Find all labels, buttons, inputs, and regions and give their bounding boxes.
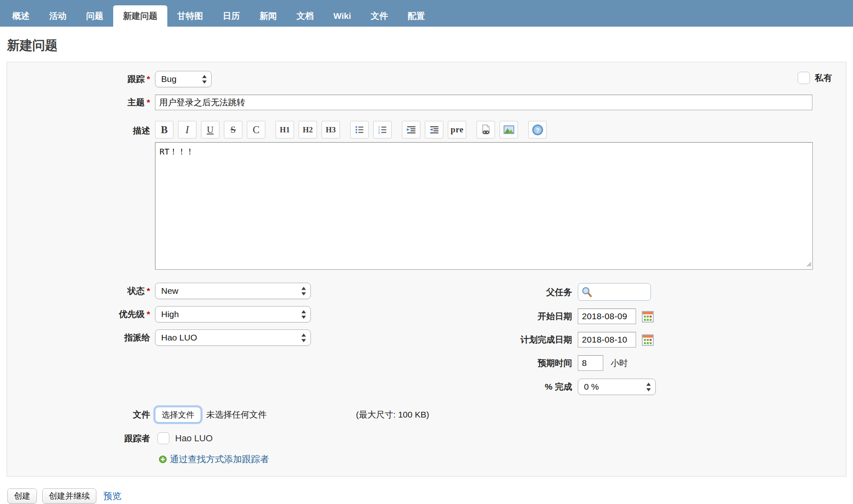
due-date-row: 计划完成日期	[502, 332, 656, 347]
tracker-label: 跟踪*	[7, 73, 155, 85]
subject-row: 主题*	[7, 95, 846, 110]
required-marker: *	[147, 74, 150, 84]
private-label: 私有	[815, 72, 832, 84]
italic-button[interactable]: I	[178, 121, 196, 138]
parent-task-label: 父任务	[502, 286, 578, 298]
priority-select[interactable]: High	[155, 306, 311, 322]
calendar-icon[interactable]	[641, 334, 654, 346]
watcher-checkbox[interactable]	[157, 432, 169, 444]
select-arrows-icon	[301, 334, 306, 342]
start-date-label: 开始日期	[502, 311, 578, 322]
indent-left-icon	[429, 125, 439, 134]
heading2-button[interactable]: H2	[299, 121, 317, 138]
add-icon	[159, 455, 167, 463]
attachments-row: 文件 选择文件 未选择任何文件 (最大尺寸: 100 KB)	[7, 407, 846, 422]
heading3-button[interactable]: H3	[322, 121, 340, 138]
inline-code-button[interactable]: C	[247, 121, 265, 138]
bold-button[interactable]: B	[155, 121, 173, 138]
tab-files[interactable]: 文件	[361, 5, 398, 27]
tracker-row: 跟踪* Bug	[7, 71, 846, 87]
indent-right-icon	[406, 125, 416, 134]
tab-news[interactable]: 新闻	[250, 5, 287, 27]
description-label: 描述	[7, 121, 155, 136]
strikethrough-button[interactable]: S	[224, 121, 242, 138]
tracker-value: Bug	[161, 74, 176, 84]
select-arrows-icon	[202, 75, 207, 84]
tab-wiki[interactable]: Wiki	[324, 5, 361, 27]
unordered-list-icon	[355, 125, 364, 134]
done-ratio-select[interactable]: 0 %	[578, 379, 656, 395]
underline-button[interactable]: U	[201, 121, 219, 138]
select-arrows-icon	[301, 310, 306, 319]
priority-row: 优先级* High	[7, 306, 846, 322]
tab-issues[interactable]: 问题	[76, 5, 113, 27]
unquote-button[interactable]	[425, 121, 443, 138]
attributes-section: 状态* New 优先级* High 指派给 Hao LUO	[7, 283, 846, 400]
wiki-toolbar: B I U S C H1 H2 H3 1	[155, 121, 813, 138]
private-checkbox[interactable]	[798, 72, 810, 84]
preview-link[interactable]: 预览	[103, 490, 121, 502]
subject-label: 主题*	[7, 97, 155, 108]
tab-documents[interactable]: 文档	[287, 5, 324, 27]
status-value: New	[161, 286, 178, 296]
quote-button[interactable]	[402, 121, 420, 138]
attachments-label: 文件	[7, 409, 155, 420]
create-and-continue-button[interactable]: 创建并继续	[42, 488, 96, 504]
image-button[interactable]	[499, 121, 518, 138]
description-row: 描述 B I U S C H1 H2 H3	[7, 121, 846, 271]
estimated-hours-input[interactable]	[578, 355, 603, 371]
priority-label: 优先级*	[7, 309, 155, 320]
help-button[interactable]: ?	[528, 121, 547, 138]
add-watcher-link[interactable]: 通过查找方式添加跟踪者	[159, 453, 269, 465]
description-textarea[interactable]: RT！！！	[155, 142, 813, 270]
svg-text:3: 3	[378, 131, 380, 134]
heading1-button[interactable]: H1	[276, 121, 294, 138]
done-ratio-row: % 完成 0 %	[502, 379, 656, 395]
page-title: 新建问题	[7, 37, 853, 54]
max-size-text: (最大尺寸: 100 KB)	[356, 409, 429, 420]
start-date-input[interactable]	[578, 309, 636, 324]
add-watcher-row: 通过查找方式添加跟踪者	[7, 453, 846, 465]
tab-activity[interactable]: 活动	[39, 5, 76, 27]
required-marker: *	[147, 309, 150, 319]
assignee-select[interactable]: Hao LUO	[155, 329, 311, 346]
main-menu: 概述 活动 问题 新建问题 甘特图 日历 新闻 文档 Wiki 文件 配置	[0, 0, 853, 27]
new-issue-form: 私有 跟踪* Bug 主题* 描述 B I U S C H1 H2	[7, 62, 846, 477]
help-icon: ?	[532, 124, 543, 136]
status-select[interactable]: New	[155, 283, 311, 299]
tab-gantt[interactable]: 甘特图	[167, 5, 213, 27]
start-date-row: 开始日期	[502, 309, 656, 324]
preformatted-button[interactable]: pre	[448, 121, 466, 138]
wiki-link-icon	[481, 125, 491, 135]
estimated-hours-row: 预期时间 小时	[502, 355, 656, 371]
tab-new-issue[interactable]: 新建问题	[113, 5, 167, 27]
unordered-list-button[interactable]	[350, 121, 369, 138]
assignee-label: 指派给	[7, 332, 155, 343]
private-field: 私有	[798, 72, 832, 84]
done-ratio-value: 0 %	[584, 382, 599, 392]
due-date-label: 计划完成日期	[502, 334, 578, 345]
subject-input[interactable]	[155, 95, 812, 110]
watchers-label: 跟踪者	[7, 433, 155, 444]
ordered-list-button[interactable]: 1 2 3	[373, 121, 392, 138]
done-ratio-label: % 完成	[502, 381, 578, 393]
due-date-input[interactable]	[578, 332, 636, 347]
choose-file-button[interactable]: 选择文件	[155, 407, 201, 422]
tab-overview[interactable]: 概述	[2, 5, 39, 27]
tracker-select[interactable]: Bug	[155, 71, 212, 87]
image-icon	[504, 125, 514, 134]
watcher-name: Hao LUO	[175, 433, 213, 444]
calendar-icon[interactable]	[641, 310, 654, 323]
status-row: 状态* New	[7, 283, 846, 299]
create-button[interactable]: 创建	[7, 488, 37, 504]
priority-value: High	[161, 309, 179, 319]
select-arrows-icon	[301, 287, 306, 295]
assignee-row: 指派给 Hao LUO	[7, 329, 846, 346]
wiki-link-button[interactable]	[477, 121, 495, 138]
form-actions: 创建 创建并继续 预览	[7, 488, 853, 504]
tab-calendar[interactable]: 日历	[213, 5, 250, 27]
add-watcher-text: 通过查找方式添加跟踪者	[170, 453, 269, 465]
assignee-value: Hao LUO	[161, 333, 197, 343]
tab-settings[interactable]: 配置	[398, 5, 435, 27]
estimated-hours-label: 预期时间	[502, 357, 578, 369]
